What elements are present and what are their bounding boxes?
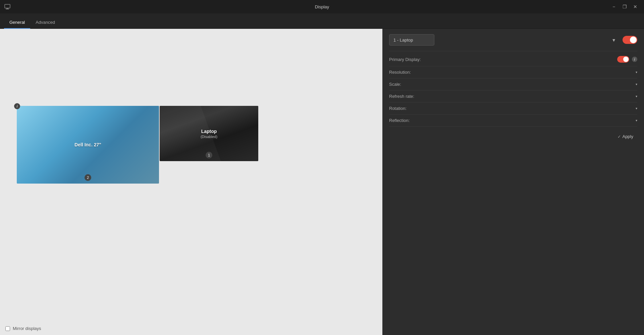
reflection-label: Reflection:	[389, 118, 410, 123]
display-selector-row: 1 - Laptop 2 - Dell Inc. 27"	[389, 34, 637, 46]
restore-button[interactable]: ❐	[620, 2, 629, 11]
monitor-laptop[interactable]: Laptop (Disabled) 1	[160, 106, 258, 161]
apply-check-icon: ✓	[618, 134, 621, 139]
monitor-laptop-screen: Laptop (Disabled) 1	[160, 106, 258, 161]
primary-display-row: Primary Display: i	[389, 53, 637, 66]
reflection-row: Reflection: ▾	[389, 115, 637, 127]
app-icon	[4, 3, 11, 10]
primary-display-control: i	[617, 56, 637, 63]
apply-row: ✓ Apply	[389, 127, 637, 141]
refresh-rate-dropdown[interactable]: ▾	[636, 94, 637, 98]
reflection-dropdown[interactable]: ▾	[636, 119, 637, 122]
scale-dropdown[interactable]: ▾	[636, 82, 637, 86]
monitor-laptop-number: 1	[206, 152, 212, 158]
resolution-dropdown-arrow: ▾	[636, 70, 637, 74]
resolution-row: Resolution: ▾	[389, 66, 637, 78]
rotation-label: Rotation:	[389, 106, 407, 111]
scale-row: Scale: ▾	[389, 78, 637, 90]
resolution-label: Resolution:	[389, 70, 411, 75]
rotation-dropdown-arrow: ▾	[636, 107, 637, 110]
mirror-displays-row: Mirror displays	[5, 326, 41, 331]
window-controls: − ❐ ✕	[609, 2, 640, 11]
display-enable-toggle[interactable]	[623, 36, 637, 44]
monitor-dell-number: 2	[85, 174, 91, 181]
primary-display-info-icon[interactable]: i	[632, 57, 637, 62]
titlebar: Display − ❐ ✕	[0, 0, 644, 13]
scale-label: Scale:	[389, 82, 401, 87]
tab-bar: General Advanced	[0, 13, 644, 29]
main-content: i Dell Inc. 27" 2 Laptop (Disabled) 1	[0, 29, 644, 335]
minimize-button[interactable]: −	[609, 2, 619, 11]
monitor-dell-label: Dell Inc. 27"	[74, 142, 101, 147]
scale-dropdown-arrow: ▾	[636, 82, 637, 86]
mirror-displays-label: Mirror displays	[13, 326, 41, 331]
scale-control: ▾	[636, 82, 637, 86]
resolution-control: ▾	[636, 70, 637, 74]
monitor-dell-screen: i Dell Inc. 27" 2	[17, 106, 159, 184]
refresh-rate-dropdown-arrow: ▾	[636, 94, 637, 98]
rotation-control: ▾	[636, 107, 637, 110]
tab-general[interactable]: General	[4, 16, 30, 29]
apply-button[interactable]: ✓ Apply	[613, 132, 637, 141]
reflection-control: ▾	[636, 119, 637, 122]
monitor-dell[interactable]: i Dell Inc. 27" 2	[17, 106, 159, 184]
reflection-dropdown-arrow: ▾	[636, 119, 637, 122]
display-canvas-panel: i Dell Inc. 27" 2 Laptop (Disabled) 1	[0, 29, 382, 335]
canvas-area: i Dell Inc. 27" 2 Laptop (Disabled) 1	[7, 36, 376, 315]
refresh-rate-row: Refresh rate: ▾	[389, 90, 637, 103]
resolution-dropdown[interactable]: ▾	[636, 70, 637, 74]
mirror-displays-checkbox[interactable]	[5, 326, 10, 331]
primary-display-toggle-knob	[623, 57, 629, 62]
window-title: Display	[315, 4, 329, 9]
info-badge-dell: i	[14, 103, 20, 109]
primary-display-label: Primary Display:	[389, 57, 421, 62]
tab-advanced[interactable]: Advanced	[30, 16, 60, 29]
primary-display-toggle[interactable]	[617, 56, 629, 63]
divider-1	[389, 51, 637, 51]
toggle-knob	[630, 37, 637, 43]
refresh-rate-label: Refresh rate:	[389, 94, 414, 99]
refresh-rate-control: ▾	[636, 94, 637, 98]
display-select-wrapper: 1 - Laptop 2 - Dell Inc. 27"	[389, 34, 619, 46]
svg-rect-0	[5, 4, 10, 8]
rotation-dropdown[interactable]: ▾	[636, 107, 637, 110]
settings-panel: 1 - Laptop 2 - Dell Inc. 27" Primary Dis…	[382, 29, 644, 335]
display-selector[interactable]: 1 - Laptop 2 - Dell Inc. 27"	[389, 34, 434, 46]
apply-label: Apply	[622, 134, 633, 139]
close-button[interactable]: ✕	[631, 2, 640, 11]
rotation-row: Rotation: ▾	[389, 103, 637, 115]
